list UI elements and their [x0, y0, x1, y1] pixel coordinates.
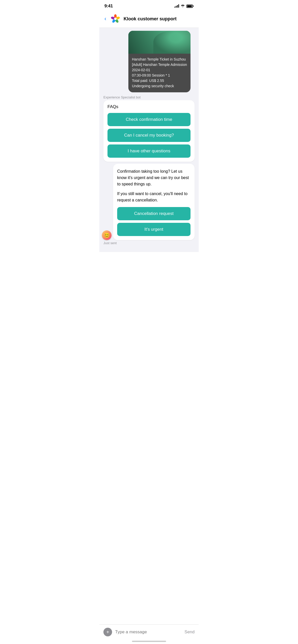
booking-card-image	[128, 31, 191, 54]
status-time: 9:41	[104, 4, 113, 9]
header: ‹ Klook customer support	[99, 11, 199, 28]
bot-label: Experience Specialist bot	[103, 95, 199, 99]
confirmation-text-1: Confirmation taking too long? Let us kno…	[117, 168, 191, 203]
booking-card-body: Hanshan Temple Ticket in Suzhou [Adult] …	[128, 54, 191, 92]
confirmation-card: Confirmation taking too long? Let us kno…	[113, 164, 195, 240]
faq-button-2[interactable]: I have other questions	[107, 144, 191, 158]
chat-messages: Hanshan Temple Ticket in Suzhou [Adult] …	[99, 28, 199, 245]
faq-button-0[interactable]: Check confirmation time	[107, 113, 191, 126]
battery-icon	[186, 5, 194, 8]
cancellation-request-button[interactable]: Cancellation request	[117, 207, 191, 220]
wifi-icon	[181, 4, 185, 8]
status-bar: 9:41	[99, 0, 199, 11]
header-title: Klook customer support	[124, 16, 177, 22]
booking-message: Hanshan Temple Ticket in Suzhou [Adult] …	[99, 31, 199, 93]
back-button[interactable]: ‹	[103, 14, 107, 23]
chat-area: Hanshan Temple Ticket in Suzhou [Adult] …	[99, 28, 199, 252]
bot-avatar: 😊	[102, 230, 112, 240]
urgent-button[interactable]: It's urgent	[117, 223, 191, 236]
faq-title: FAQs	[107, 104, 191, 109]
faq-card: FAQs Check confirmation time Can I cance…	[103, 100, 195, 162]
bot-avatar-row: 😊 Confirmation taking too long? Let us k…	[102, 164, 199, 240]
svg-point-6	[114, 18, 117, 20]
klook-logo	[110, 13, 121, 24]
signal-icon	[174, 5, 179, 8]
booking-card-text: Hanshan Temple Ticket in Suzhou [Adult] …	[132, 57, 187, 89]
booking-card: Hanshan Temple Ticket in Suzhou [Adult] …	[128, 31, 191, 92]
just-sent-label: Just sent	[103, 241, 199, 245]
status-icons	[174, 4, 194, 8]
faq-button-1[interactable]: Can I cancel my booking?	[107, 129, 191, 142]
